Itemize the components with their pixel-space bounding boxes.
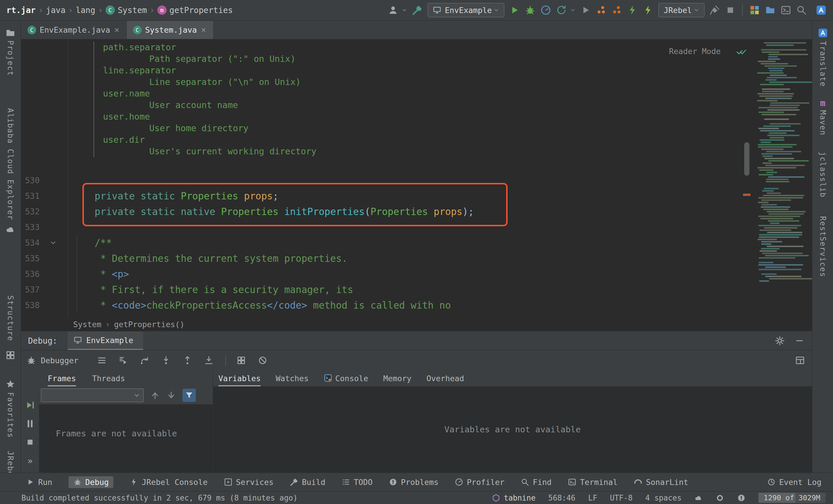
more-icon[interactable]: »	[27, 456, 33, 466]
line-number[interactable]: 535	[21, 254, 67, 263]
breadcrumb-item[interactable]: System	[118, 5, 147, 15]
jrebel-debug-icon[interactable]	[643, 5, 654, 16]
line-number[interactable]: 537	[21, 285, 67, 295]
project-icon[interactable]	[5, 28, 16, 38]
tool-button-find[interactable]: Find	[521, 478, 552, 487]
tool-button-todo[interactable]: TODO	[341, 478, 373, 487]
line-number[interactable]: 531	[21, 191, 67, 201]
indent-setting[interactable]: 4 spaces	[645, 494, 682, 502]
sidebar-item-maven[interactable]: Maven	[818, 110, 827, 135]
editor[interactable]: path.separatorPath separator (":" on Uni…	[21, 39, 812, 318]
line-number[interactable]: 538	[21, 301, 67, 310]
sidebar-item-jrebel[interactable]: JRebel	[6, 451, 15, 473]
filter-button[interactable]	[183, 389, 196, 402]
sidebar-item-alibaba-cloud-explorer[interactable]: Alibaba Cloud Explorer	[6, 108, 15, 220]
gear-icon[interactable]	[775, 336, 785, 346]
jprofiler-attach-icon[interactable]	[612, 5, 622, 16]
error-stripe-mark[interactable]	[743, 194, 751, 196]
search-everywhere-icon[interactable]	[796, 5, 807, 16]
code-text[interactable]: * First, if there is a security manager,…	[67, 284, 353, 295]
run-config-selector[interactable]: EnvExample	[428, 3, 505, 17]
step-into-icon[interactable]	[161, 355, 171, 365]
indicator-icon[interactable]	[716, 494, 724, 502]
cloud-icon[interactable]	[5, 224, 16, 235]
stop-icon[interactable]	[25, 437, 35, 447]
tool-button-build[interactable]: Build	[290, 478, 325, 487]
code-text[interactable]: private static Properties props;	[67, 191, 279, 202]
caret-position[interactable]: 568:46	[548, 494, 576, 502]
cloud-sync-icon[interactable]	[694, 494, 703, 502]
breadcrumb-item[interactable]: getProperties	[169, 5, 233, 15]
breadcrumb-item[interactable]: lang	[76, 5, 95, 15]
code-text[interactable]: /**	[67, 237, 112, 249]
coverage-button[interactable]	[540, 5, 551, 16]
jprofiler-run-icon[interactable]	[596, 5, 607, 16]
tab-variables[interactable]: Variables	[218, 374, 261, 386]
scrollbar-thumb[interactable]	[744, 142, 749, 176]
code-text[interactable]: * <p>	[67, 269, 129, 280]
tool-button-event-log[interactable]: Event Log	[767, 478, 822, 487]
mute-breakpoints-icon[interactable]	[258, 355, 267, 365]
line-number[interactable]: 536	[21, 269, 67, 279]
tool-button-jrebel-console[interactable]: JRebel Console	[129, 478, 208, 487]
line-ending[interactable]: LF	[588, 494, 597, 502]
hide-icon[interactable]	[794, 336, 804, 346]
breadcrumb-method[interactable]: getProperties()	[114, 320, 185, 329]
resume-icon[interactable]	[25, 400, 35, 410]
tool-button-services[interactable]: Services	[224, 478, 273, 487]
memory-indicator[interactable]: 1290 of 3029M	[758, 493, 826, 503]
editor-tab-envexample-java[interactable]: CEnvExample.java	[21, 21, 127, 39]
code-text[interactable]: private static native Properties initPro…	[67, 206, 474, 217]
tab-memory[interactable]: Memory	[383, 374, 411, 386]
line-number[interactable]: 530	[21, 176, 67, 185]
step-over-icon[interactable]	[140, 355, 149, 365]
run-button[interactable]	[509, 5, 520, 16]
tool-button-profiler[interactable]: Profiler	[455, 478, 504, 487]
sidebar-item-translate[interactable]: Translate	[818, 41, 827, 87]
breadcrumb-item[interactable]: java	[46, 5, 65, 15]
console-window-icon[interactable]	[780, 5, 791, 16]
step-out-icon[interactable]	[183, 355, 192, 365]
chevron-down-icon[interactable]	[402, 7, 407, 13]
close-icon[interactable]	[114, 27, 120, 33]
close-icon[interactable]	[200, 27, 207, 33]
translate-icon[interactable]	[816, 5, 827, 16]
show-execution-point-icon[interactable]	[118, 355, 128, 365]
sidebar-item-restservices[interactable]: RestServices	[818, 216, 827, 277]
thread-selector[interactable]	[41, 388, 144, 402]
star-icon[interactable]	[5, 379, 16, 389]
plugin-icon[interactable]	[749, 5, 760, 16]
restore-layout-icon[interactable]	[97, 355, 107, 365]
rerun-button[interactable]	[556, 5, 567, 16]
reader-mode-label[interactable]: Reader Mode	[669, 47, 721, 56]
line-number[interactable]: 532	[21, 207, 67, 217]
run-to-cursor-icon[interactable]	[204, 355, 214, 365]
minimap[interactable]	[757, 42, 811, 283]
user-icon[interactable]	[387, 5, 399, 16]
sidebar-item-project[interactable]: Project	[6, 41, 15, 76]
debugger-label[interactable]: Debugger	[41, 356, 78, 365]
error-indicator-icon[interactable]	[737, 494, 746, 502]
view-breakpoints-icon[interactable]	[236, 355, 246, 365]
chevron-down-icon[interactable]	[570, 7, 576, 13]
stop-button[interactable]	[725, 5, 736, 16]
tool-button-problems[interactable]: Problems	[389, 478, 438, 487]
debug-session-tab[interactable]: EnvExample	[68, 331, 143, 350]
jrebel-selector[interactable]: JRebel	[658, 3, 705, 17]
frame-down-button[interactable]	[166, 390, 176, 400]
tab-console[interactable]: Console	[324, 374, 368, 386]
sidebar-item-favorites[interactable]: Favorites	[6, 392, 15, 438]
project-folder-icon[interactable]	[765, 5, 776, 16]
fold-chevron-icon[interactable]	[49, 239, 57, 247]
tab-watches[interactable]: Watches	[276, 374, 309, 386]
build-hammer-icon[interactable]	[412, 5, 423, 16]
tabnine-widget[interactable]: tabnine	[492, 494, 536, 502]
editor-tab-system-java[interactable]: CSystem.java	[127, 21, 213, 39]
code-text[interactable]: * <code>checkPropertiesAccess</code> met…	[67, 300, 451, 311]
code-text[interactable]: * Determines the current system properti…	[67, 253, 348, 264]
maven-icon[interactable]: m	[818, 99, 828, 108]
grid-icon[interactable]	[5, 350, 16, 360]
tool-button-sonarlint[interactable]: SonarLint	[634, 478, 688, 487]
cleanup-icon[interactable]	[709, 5, 720, 16]
breadcrumb-class[interactable]: System	[73, 320, 101, 329]
